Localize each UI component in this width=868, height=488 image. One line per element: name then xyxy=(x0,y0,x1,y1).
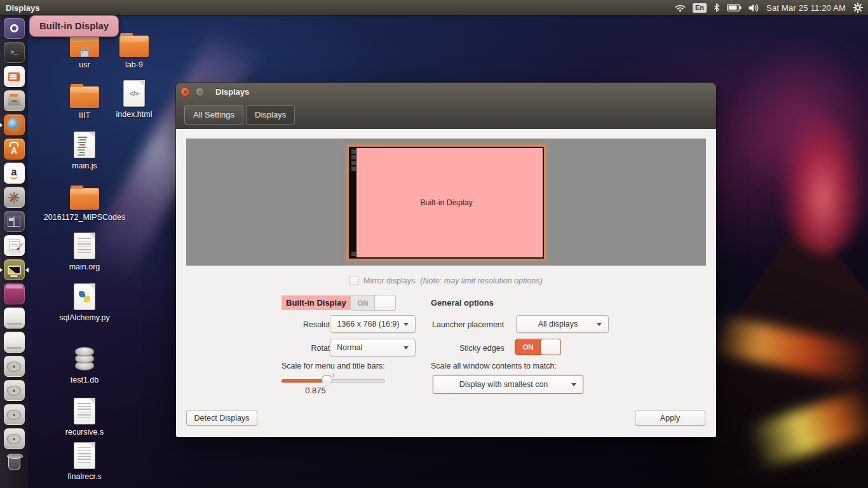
desktop-icon-label: recursive.s xyxy=(65,428,104,437)
amazon-icon: a xyxy=(4,163,25,184)
window-content: Built-in Display Mirror displays (Note: … xyxy=(176,129,716,437)
toggle-handle xyxy=(374,295,396,311)
text-file-icon xyxy=(74,233,95,259)
launcher-placement-value: All displays xyxy=(523,320,593,329)
desktop-icon-main-js[interactable]: main.js xyxy=(50,130,119,170)
mirror-displays-note: (Note: may limit resolution options) xyxy=(420,276,542,285)
launcher-item-dash-home[interactable] xyxy=(2,18,26,39)
launcher-item-workspace-switcher[interactable] xyxy=(2,211,26,232)
mirror-displays-row: Mirror displays (Note: may limit resolut… xyxy=(349,276,543,285)
desktop-icon-label: IIIT xyxy=(79,111,90,120)
launcher-item-firefox[interactable] xyxy=(2,114,26,135)
launcher-item-disk-4[interactable] xyxy=(2,428,26,449)
mirror-displays-label: Mirror displays xyxy=(363,276,415,285)
launcher-item-file-cabinet[interactable] xyxy=(2,90,26,111)
unity-launcher: >_ A a xyxy=(0,15,28,488)
close-button[interactable]: ✕ xyxy=(180,87,190,97)
launcher-item-disk-1[interactable] xyxy=(2,356,26,377)
folder-icon xyxy=(119,36,149,57)
trash-icon xyxy=(4,452,25,473)
window-titlebar[interactable]: ✕ – Displays xyxy=(176,83,716,100)
current-panel-button[interactable]: Displays xyxy=(246,105,295,125)
text-editor-icon xyxy=(4,235,25,256)
software-center-icon: A xyxy=(4,139,25,159)
launcher-item-software-center[interactable]: A xyxy=(2,139,26,159)
launcher-tooltip: Built-in Display xyxy=(29,15,119,37)
general-options-heading: General options xyxy=(431,298,494,308)
lock-emblem-icon xyxy=(80,50,89,57)
bluetooth-icon[interactable] xyxy=(714,3,720,12)
slider-tick xyxy=(333,374,334,377)
scale-value: 0.875 xyxy=(281,386,385,395)
desktop-icon-label: finalrecr.s xyxy=(67,472,102,481)
scale-all-label: Scale all window contents to match: xyxy=(431,362,557,370)
system-settings-icon xyxy=(4,187,25,208)
text-file-icon xyxy=(74,398,95,424)
disk-icon xyxy=(4,380,25,401)
mirror-displays-checkbox[interactable] xyxy=(349,276,358,285)
display-power-toggle[interactable]: ON xyxy=(350,295,396,311)
volume-icon[interactable] xyxy=(749,4,759,12)
clock[interactable]: Sat Mar 25 11:20 AM xyxy=(766,3,846,13)
launcher-item-text-editor[interactable] xyxy=(2,235,26,256)
launcher-item-amazon[interactable]: a xyxy=(2,163,26,184)
toggle-handle xyxy=(540,339,561,355)
disk-icon xyxy=(4,404,25,425)
battery-icon[interactable] xyxy=(727,4,742,11)
window-header: ✕ – Displays All Settings Displays xyxy=(176,83,716,129)
folder-icon xyxy=(70,86,99,108)
wifi-icon[interactable] xyxy=(675,4,686,12)
launcher-item-system-settings[interactable] xyxy=(2,187,26,208)
desktop-icon-label: sqlAlchemy.py xyxy=(59,313,110,322)
focused-indicator-arrow xyxy=(25,268,29,273)
launcher-item-disk-2[interactable] xyxy=(2,380,26,401)
launcher-item-purple-app[interactable] xyxy=(2,283,26,304)
keyboard-layout-indicator[interactable]: En xyxy=(693,3,707,13)
rotation-dropdown[interactable]: Normal xyxy=(330,339,416,356)
scale-slider[interactable] xyxy=(281,376,385,386)
drive-icon xyxy=(4,308,25,329)
scale-menu-title-label: Scale for menu and title bars: xyxy=(281,362,385,370)
launcher-item-libreoffice-impress[interactable] xyxy=(2,66,26,87)
displays-settings-icon xyxy=(4,259,25,280)
dash-home-icon xyxy=(4,18,25,39)
desktop-icon-recursive-s[interactable]: recursive.s xyxy=(50,396,119,437)
folder-icon xyxy=(70,188,99,210)
apply-button[interactable]: Apply xyxy=(635,410,705,426)
launcher-item-terminal[interactable]: >_ xyxy=(2,42,26,63)
sticky-edges-label: Sticky edges xyxy=(459,344,505,353)
desktop-icon-label: lab-9 xyxy=(125,60,143,69)
disk-icon xyxy=(4,356,25,377)
resolution-dropdown[interactable]: 868 x 488 (16:9) xyxy=(330,315,416,333)
code-file-icon xyxy=(74,132,95,158)
minimize-button[interactable]: – xyxy=(195,87,205,97)
session-gear-icon[interactable] xyxy=(853,3,863,13)
launcher-item-drive-2[interactable] xyxy=(2,332,26,353)
detect-displays-button[interactable]: Detect Displays xyxy=(186,410,257,426)
terminal-icon: >_ xyxy=(4,42,25,63)
wallpaper-glow xyxy=(782,114,864,254)
window-title: Displays xyxy=(215,87,249,97)
desktop-icon-test1-db[interactable]: test1.db xyxy=(50,344,119,384)
launcher-item-disk-3[interactable] xyxy=(2,404,26,425)
desktop-icon-index-html[interactable]: </> index.html xyxy=(99,79,169,119)
desktop-icon-sqlalchemy-py[interactable]: sqlAlchemy.py xyxy=(43,282,126,322)
sticky-edges-toggle[interactable]: ON xyxy=(515,339,561,355)
rotation-value: Normal xyxy=(337,343,400,352)
monitor-preview[interactable]: Built-in Display xyxy=(349,147,544,259)
desktop-icon-finalrecr-s[interactable]: finalrecr.s xyxy=(50,441,119,481)
launcher-placement-dropdown[interactable]: All displays xyxy=(516,315,609,333)
launcher-item-trash[interactable] xyxy=(2,452,26,473)
chevron-down-icon xyxy=(403,346,409,349)
text-file-icon xyxy=(74,442,95,469)
launcher-item-drive-1[interactable] xyxy=(2,308,26,329)
desktop-icon-label: main.org xyxy=(69,262,100,271)
launcher-item-displays-settings[interactable] xyxy=(2,259,26,280)
slider-fill xyxy=(281,379,328,383)
scale-all-dropdown[interactable]: Display with smallest con xyxy=(433,375,583,394)
focused-app-title: Displays xyxy=(6,3,39,13)
slider-handle[interactable] xyxy=(322,375,332,386)
desktop-icon-mipscodes[interactable]: 20161172_MIPSCodes xyxy=(37,182,132,222)
all-settings-button[interactable]: All Settings xyxy=(184,105,243,125)
desktop-icon-main-org[interactable]: main.org xyxy=(50,231,119,271)
